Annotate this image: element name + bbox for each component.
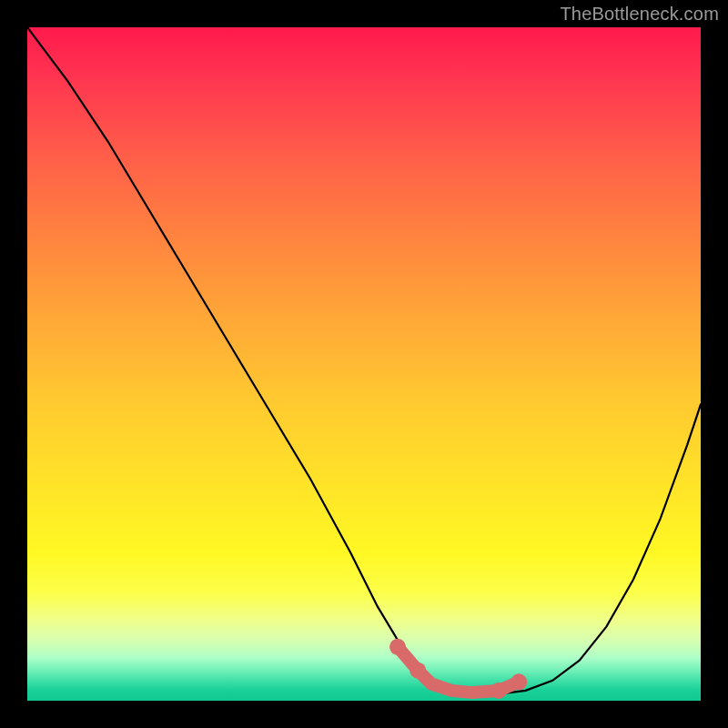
chart-svg-layer: [27, 27, 701, 701]
watermark-text: TheBottleneck.com: [560, 4, 719, 25]
chart-frame: TheBottleneck.com: [0, 0, 728, 728]
highlight-dot: [490, 682, 507, 699]
highlight-dot: [389, 639, 406, 655]
bottleneck-curve: [27, 27, 701, 694]
highlight-dot: [511, 673, 527, 690]
highlight-dot: [410, 662, 426, 679]
